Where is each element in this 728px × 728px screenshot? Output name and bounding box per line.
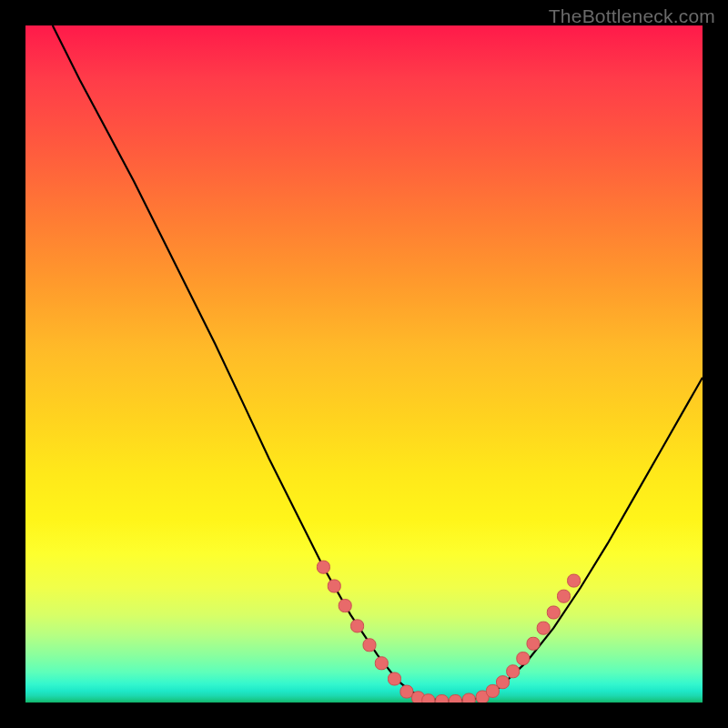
curve-marker [339, 600, 351, 612]
chart-frame: TheBottleneck.com [0, 0, 728, 728]
curve-marker [497, 676, 510, 689]
curve-marker [517, 652, 530, 665]
curve-marker [547, 606, 560, 619]
curve-marker [389, 672, 401, 685]
curve-marker [449, 695, 461, 703]
curve-marker [328, 580, 340, 592]
curve-marker [317, 561, 329, 573]
watermark-label: TheBottleneck.com [549, 5, 715, 27]
curve-marker [375, 657, 388, 670]
curve-marker [422, 694, 435, 703]
chart-svg [25, 25, 703, 703]
curve-marker [486, 684, 499, 697]
curve-marker [363, 639, 376, 652]
plot-area [25, 25, 703, 703]
curve-marker [436, 695, 449, 703]
bottleneck-curve [53, 25, 703, 702]
curve-marker [568, 574, 581, 587]
curve-markers [317, 561, 580, 703]
curve-marker [527, 637, 540, 650]
curve-marker [537, 622, 550, 634]
curve-marker [400, 685, 413, 698]
curve-marker [507, 665, 520, 678]
curve-marker [558, 590, 571, 602]
curve-marker [351, 620, 364, 632]
curve-marker [462, 693, 475, 703]
